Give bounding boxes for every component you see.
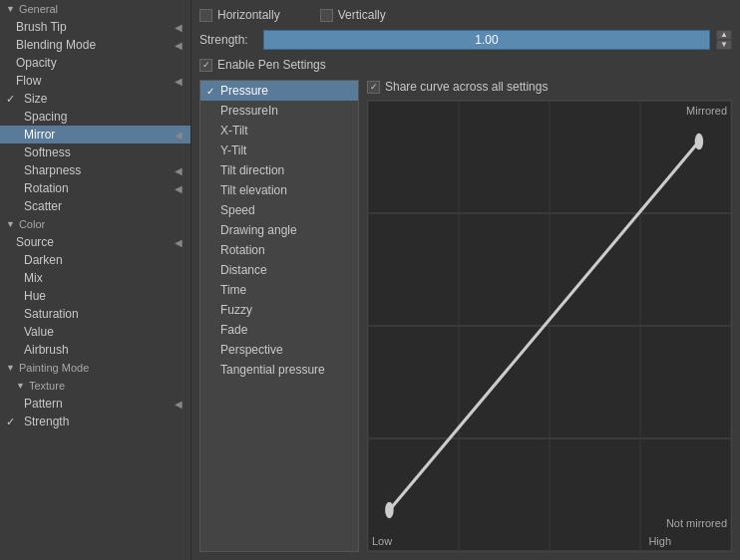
- dropdown-item-xtilt[interactable]: X-Tilt: [200, 121, 358, 140]
- horizontally-checkbox[interactable]: Horizontally: [199, 8, 280, 22]
- share-curve-label: Share curve across all settings: [385, 80, 548, 94]
- content-area: ✓ Pressure PressureIn X-Tilt Y-Tilt Tilt…: [199, 80, 732, 552]
- sidebar-item-hue[interactable]: Hue: [0, 287, 190, 305]
- size-label: Size: [24, 92, 47, 106]
- sidebar-item-opacity[interactable]: Opacity: [0, 54, 190, 72]
- dropdown-item-ytilt[interactable]: Y-Tilt: [200, 140, 358, 160]
- dropdown-item-tilt-elevation[interactable]: Tilt elevation: [200, 180, 358, 200]
- curve-graph[interactable]: Mirrored Not mirrored Low High: [367, 100, 732, 552]
- spacing-label: Spacing: [24, 110, 67, 124]
- dropdown-item-perspective[interactable]: Perspective: [200, 340, 358, 360]
- general-arrow-icon: ▼: [6, 4, 15, 14]
- pressure-label: Pressure: [220, 84, 268, 98]
- dropdown-item-time[interactable]: Time: [200, 280, 358, 300]
- brush-tip-icon: ◀: [175, 22, 183, 33]
- mirrored-label: Mirrored: [686, 105, 727, 117]
- color-section-header: ▼ Color: [0, 215, 190, 233]
- general-label: General: [19, 3, 58, 15]
- sidebar-item-mirror[interactable]: Mirror ◀: [0, 126, 190, 143]
- mirror-label: Mirror: [24, 128, 55, 141]
- sidebar-item-airbrush[interactable]: Airbrush: [0, 341, 190, 359]
- flow-label: Flow: [16, 74, 41, 88]
- sidebar-item-brush-tip[interactable]: Brush Tip ◀: [0, 18, 190, 36]
- sidebar-item-value[interactable]: Value: [0, 323, 190, 341]
- value-label: Value: [24, 325, 54, 339]
- opacity-label: Opacity: [16, 56, 57, 70]
- strength-up-button[interactable]: ▲: [716, 30, 732, 40]
- sensor-dropdown[interactable]: ✓ Pressure PressureIn X-Tilt Y-Tilt Tilt…: [199, 80, 359, 552]
- painting-arrow-icon: ▼: [6, 363, 15, 373]
- sidebar-item-saturation[interactable]: Saturation: [0, 305, 190, 323]
- sidebar-item-darken[interactable]: Darken: [0, 251, 190, 269]
- dropdown-item-tangential-pressure[interactable]: Tangential pressure: [200, 360, 358, 380]
- dropdown-item-drawing-angle[interactable]: Drawing angle: [200, 220, 358, 240]
- sidebar-item-source[interactable]: Source ◀: [0, 233, 190, 251]
- softness-label: Softness: [24, 145, 71, 159]
- strength-spinbox[interactable]: ▲ ▼: [716, 30, 732, 50]
- painting-label: Painting Mode: [19, 362, 89, 374]
- pen-settings-row[interactable]: ✓ Enable Pen Settings: [199, 58, 732, 72]
- blending-mode-icon: ◀: [175, 40, 183, 51]
- sidebar-item-blending-mode[interactable]: Blending Mode ◀: [0, 36, 190, 54]
- tilt-elevation-label: Tilt elevation: [220, 183, 287, 197]
- pen-settings-checkbox[interactable]: ✓: [199, 59, 212, 72]
- color-arrow-icon: ▼: [6, 219, 15, 229]
- sidebar-item-rotation[interactable]: Rotation ◀: [0, 179, 190, 197]
- pattern-icon: ◀: [175, 399, 183, 410]
- dropdown-item-fuzzy[interactable]: Fuzzy: [200, 300, 358, 320]
- dropdown-item-pressure[interactable]: ✓ Pressure: [200, 81, 358, 101]
- drawing-angle-label: Drawing angle: [220, 223, 297, 237]
- right-panel: Horizontally Vertically Strength: 1.00 ▲…: [191, 0, 740, 560]
- time-label: Time: [220, 283, 246, 297]
- dropdown-item-speed[interactable]: Speed: [200, 200, 358, 220]
- sidebar-item-softness[interactable]: Softness: [0, 143, 190, 161]
- sharpness-icon: ◀: [175, 165, 183, 176]
- svg-point-11: [695, 134, 704, 149]
- fuzzy-label: Fuzzy: [220, 303, 252, 317]
- ytilt-label: Y-Tilt: [220, 143, 246, 157]
- sidebar: ▼ General Brush Tip ◀ Blending Mode ◀ Op…: [0, 0, 191, 560]
- speed-label: Speed: [220, 203, 255, 217]
- horizontally-checkbox-box[interactable]: [199, 9, 212, 22]
- share-curve-checkbox[interactable]: ✓: [367, 81, 380, 94]
- general-section-header: ▼ General: [0, 0, 190, 18]
- strength-down-button[interactable]: ▼: [716, 40, 732, 50]
- sidebar-item-mix[interactable]: Mix: [0, 269, 190, 287]
- dropdown-item-rotation[interactable]: Rotation: [200, 240, 358, 260]
- high-label: High: [648, 535, 671, 547]
- pressurein-label: PressureIn: [220, 104, 278, 118]
- vertically-checkbox[interactable]: Vertically: [320, 8, 386, 22]
- sharpness-label: Sharpness: [24, 163, 81, 177]
- blending-mode-label: Blending Mode: [16, 38, 96, 52]
- darken-label: Darken: [24, 253, 63, 267]
- rotation-dropdown-label: Rotation: [220, 243, 265, 257]
- sidebar-item-strength[interactable]: ✓ Strength: [0, 413, 190, 430]
- strength-check-icon: ✓: [6, 416, 15, 428]
- sidebar-item-size[interactable]: ✓ Size: [0, 90, 190, 108]
- tilt-direction-label: Tilt direction: [220, 163, 284, 177]
- dropdown-item-fade[interactable]: Fade: [200, 320, 358, 340]
- share-curve-row[interactable]: ✓ Share curve across all settings: [367, 80, 732, 94]
- low-label: Low: [372, 535, 392, 547]
- saturation-label: Saturation: [24, 307, 79, 321]
- graph-area: ✓ Share curve across all settings: [367, 80, 732, 552]
- xtilt-label: X-Tilt: [220, 124, 248, 138]
- strength-value: 1.00: [475, 33, 498, 47]
- strength-field-label: Strength:: [199, 33, 257, 47]
- sidebar-item-flow[interactable]: Flow ◀: [0, 72, 190, 90]
- strength-label: Strength: [24, 415, 69, 428]
- sidebar-item-pattern[interactable]: Pattern ◀: [0, 395, 190, 413]
- dropdown-item-pressurein[interactable]: PressureIn: [200, 101, 358, 121]
- strength-slider[interactable]: 1.00: [263, 30, 710, 50]
- size-check-icon: ✓: [6, 93, 15, 106]
- not-mirrored-label: Not mirrored: [666, 517, 727, 529]
- dropdown-item-tilt-direction[interactable]: Tilt direction: [200, 160, 358, 180]
- sidebar-item-sharpness[interactable]: Sharpness ◀: [0, 161, 190, 179]
- dropdown-item-distance[interactable]: Distance: [200, 260, 358, 280]
- sidebar-item-scatter[interactable]: Scatter: [0, 197, 190, 215]
- sidebar-item-spacing[interactable]: Spacing: [0, 108, 190, 126]
- vertically-checkbox-box[interactable]: [320, 9, 333, 22]
- pressure-check-icon: ✓: [206, 86, 214, 97]
- texture-section-header: ▼ Texture: [0, 377, 190, 395]
- mirror-icon: ◀: [175, 130, 183, 140]
